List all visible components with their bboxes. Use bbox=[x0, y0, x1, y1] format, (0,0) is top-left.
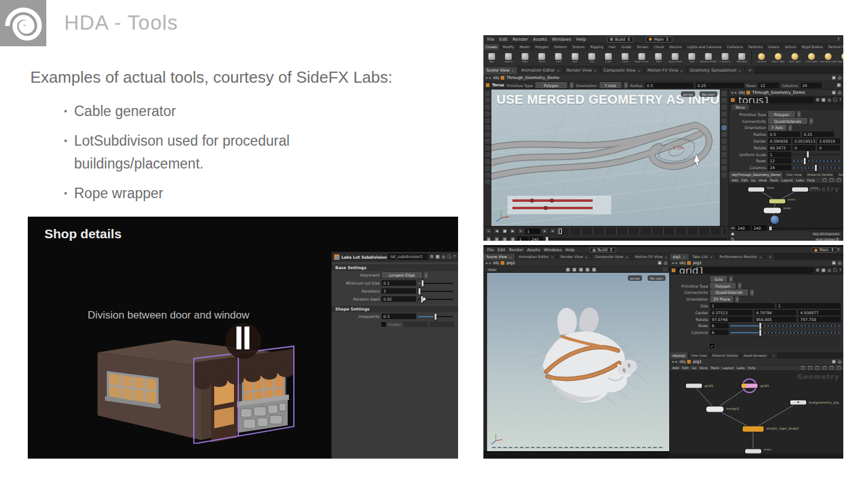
h2-value-field[interactable]: 4.938977 bbox=[798, 310, 841, 315]
h2-right-tab-performance-monitor[interactable]: Performance Monitor× bbox=[717, 254, 766, 260]
pause-icon[interactable] bbox=[236, 327, 241, 349]
lot-value-field[interactable]: 0.3 bbox=[382, 314, 416, 319]
h1-tab-composite-view[interactable]: Composite View× bbox=[601, 67, 645, 74]
flag-icon[interactable]: □ bbox=[822, 365, 827, 370]
toolbar-icon[interactable] bbox=[485, 166, 490, 171]
slider-handle[interactable] bbox=[759, 323, 761, 329]
h1-net-tab-obj-through-geometry-demo[interactable]: obj/Through_Geometry_Demo bbox=[729, 172, 783, 178]
h2net-menu-go[interactable]: Go bbox=[691, 366, 696, 370]
h1-net-tab-asset-browser[interactable]: Asset Browser bbox=[836, 172, 843, 178]
slider-handle[interactable] bbox=[759, 330, 761, 336]
h1-tool-platonic-solids[interactable]: Platonic Solids bbox=[700, 50, 717, 67]
back-icon[interactable]: ◂ bbox=[485, 75, 487, 80]
close-icon[interactable]: × bbox=[664, 255, 667, 259]
h1-value-field[interactable]: 0.5 bbox=[768, 131, 800, 137]
toolbar-icon[interactable] bbox=[485, 180, 490, 185]
spinner-icon[interactable]: ↕ bbox=[750, 289, 754, 296]
h1-value-field[interactable]: 98.3473 bbox=[768, 145, 791, 151]
desktop-selector[interactable]: Build↕ bbox=[607, 36, 633, 43]
h1-menu-windows[interactable]: Windows bbox=[552, 37, 571, 42]
spinner-icon[interactable]: ↕ bbox=[666, 37, 669, 42]
forward-icon[interactable]: ▸ bbox=[489, 260, 491, 265]
h2-menu-windows[interactable]: Windows bbox=[544, 248, 562, 252]
forward-icon[interactable]: ▸ bbox=[735, 90, 737, 95]
h1-slider[interactable] bbox=[793, 151, 841, 157]
h2-value-field[interactable]: 797.758 bbox=[798, 317, 841, 322]
gear-icon[interactable]: ⚙ bbox=[816, 268, 819, 273]
h2-value-field[interactable]: 1 bbox=[777, 303, 841, 309]
h2-net-tab-add[interactable]: + bbox=[770, 352, 778, 359]
scene-viewport[interactable]: persp No cam bbox=[487, 273, 669, 451]
h2-dropdown-polygon[interactable]: Polygon bbox=[710, 283, 736, 289]
playhead-marker[interactable] bbox=[559, 228, 562, 234]
camera-icon[interactable]: ◎ bbox=[664, 260, 667, 265]
h1-tool-volume-light[interactable]: Volume Light bbox=[837, 50, 843, 67]
slider-handle[interactable] bbox=[435, 314, 436, 320]
help-icon[interactable]: ? bbox=[839, 268, 841, 273]
h2-tab-scene-view[interactable]: Scene View× bbox=[483, 254, 515, 260]
help-icon[interactable]: ? bbox=[837, 248, 840, 252]
jump-start-icon[interactable]: « bbox=[485, 228, 492, 234]
h1-value-field[interactable]: 0.590656 bbox=[768, 138, 791, 144]
help-icon[interactable]: ? bbox=[453, 254, 456, 259]
h1-tool-point-light[interactable]: Point Light bbox=[770, 50, 787, 67]
h1net-menu-go[interactable]: Go bbox=[751, 178, 756, 182]
h1r-path-node[interactable]: Through_Geometry_Demo bbox=[752, 90, 804, 95]
h2net-menu-add[interactable]: Add bbox=[672, 366, 679, 370]
slider-handle[interactable] bbox=[804, 158, 806, 164]
h2-path-node[interactable]: pig1 bbox=[506, 260, 515, 265]
play-icon[interactable]: ▶ bbox=[509, 228, 516, 234]
search-icon[interactable]: ◎ bbox=[441, 254, 445, 259]
camera-menu-button[interactable]: persp bbox=[681, 91, 696, 97]
lot-checkbox[interactable] bbox=[382, 322, 386, 327]
h1-value-field[interactable]: 0.25 bbox=[802, 131, 834, 137]
camera-icon[interactable]: ◎ bbox=[838, 359, 841, 364]
toolbar-icon[interactable] bbox=[722, 146, 727, 151]
search-icon[interactable]: □ bbox=[837, 365, 841, 370]
h1-shelf-tab-volume[interactable]: Volume bbox=[667, 44, 685, 50]
h1-tab-geometry-spreadsheet[interactable]: Geometry Spreadsheet× bbox=[687, 67, 745, 74]
close-icon[interactable]: × bbox=[680, 69, 683, 73]
h1-shelf-tab-model[interactable]: Model bbox=[517, 44, 533, 50]
h2-path-root[interactable]: obj bbox=[493, 260, 499, 265]
h1-slider[interactable] bbox=[793, 165, 841, 171]
toolbar-icon[interactable] bbox=[722, 98, 727, 103]
h1-tool-null[interactable]: Null bbox=[567, 50, 583, 67]
close-icon[interactable]: × bbox=[557, 69, 560, 73]
toolbar-icon[interactable] bbox=[485, 112, 490, 117]
toolbar-icon[interactable] bbox=[485, 159, 490, 164]
lot-slider[interactable] bbox=[418, 314, 454, 320]
h2net-menu-layout[interactable]: Layout bbox=[722, 366, 734, 370]
info-icon[interactable]: ⓘ bbox=[833, 97, 837, 103]
tab-torus[interactable]: Torus bbox=[732, 104, 749, 110]
pin-icon[interactable]: ▣ bbox=[657, 260, 662, 265]
playbar-option-icon[interactable]: ▦ bbox=[485, 236, 492, 241]
h1-shelf-tab-rigging[interactable]: Rigging bbox=[588, 44, 606, 50]
stop-icon[interactable]: ■ bbox=[501, 228, 508, 234]
h2-value-field[interactable]: 0.37513 bbox=[710, 310, 753, 315]
h1-tool-box[interactable]: Box bbox=[483, 50, 500, 67]
h1-shelf-tab-polygon[interactable]: Polygon bbox=[533, 44, 552, 50]
h1-tool-camera[interactable]: Camera bbox=[753, 50, 770, 67]
toolbar-icon[interactable] bbox=[485, 146, 490, 151]
h1-shelf-tab-guide[interactable]: Guide bbox=[619, 44, 634, 50]
step-back-icon[interactable]: ◀ bbox=[493, 228, 500, 234]
h1-shelf-tab-modify[interactable]: Modify bbox=[500, 44, 517, 50]
h2-value-field[interactable]: 1 bbox=[710, 303, 775, 309]
h1-shelf-tab-particle-fluids[interactable]: Particle Fluids bbox=[826, 44, 843, 50]
grid-icon[interactable]: ▦ bbox=[822, 268, 826, 273]
h1-path-root[interactable]: obj bbox=[493, 75, 499, 80]
back-icon[interactable]: ◂ bbox=[485, 260, 487, 265]
h2-slider[interactable] bbox=[730, 323, 841, 329]
h2-right-tab-add[interactable]: + bbox=[766, 254, 775, 260]
h1net-menu-add[interactable]: Add bbox=[732, 178, 738, 182]
spinner-icon[interactable]: ↕ bbox=[424, 272, 428, 278]
h1-value-field[interactable]: 2.63918 bbox=[817, 138, 840, 144]
h1-value-field[interactable]: 0 bbox=[817, 145, 840, 151]
h2net-menu-labs[interactable]: Labs bbox=[737, 366, 745, 370]
toolbar-icon[interactable] bbox=[722, 166, 727, 171]
playbar-option-icon[interactable]: ▦ bbox=[509, 236, 516, 241]
toolbar-icon[interactable] bbox=[722, 125, 727, 130]
h1-shelf-tab-rigid-bodies[interactable]: Rigid Bodies bbox=[799, 44, 826, 50]
step-icon[interactable]: ▸ bbox=[549, 228, 556, 234]
